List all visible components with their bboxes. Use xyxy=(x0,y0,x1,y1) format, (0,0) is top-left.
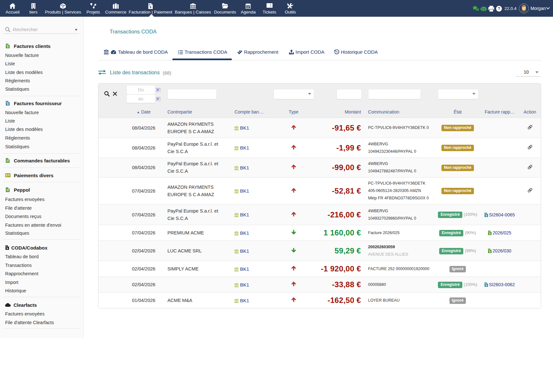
svg-text:$: $ xyxy=(489,250,491,253)
svg-text:$: $ xyxy=(489,232,491,235)
svg-text:$: $ xyxy=(7,102,9,105)
svg-text:?: ? xyxy=(498,6,500,11)
svg-text:$: $ xyxy=(7,45,9,48)
svg-text:$: $ xyxy=(6,247,8,250)
svg-text:$: $ xyxy=(6,174,7,177)
svg-text:$: $ xyxy=(485,284,487,287)
svg-text:$: $ xyxy=(485,214,487,217)
svg-text:$: $ xyxy=(150,5,151,9)
